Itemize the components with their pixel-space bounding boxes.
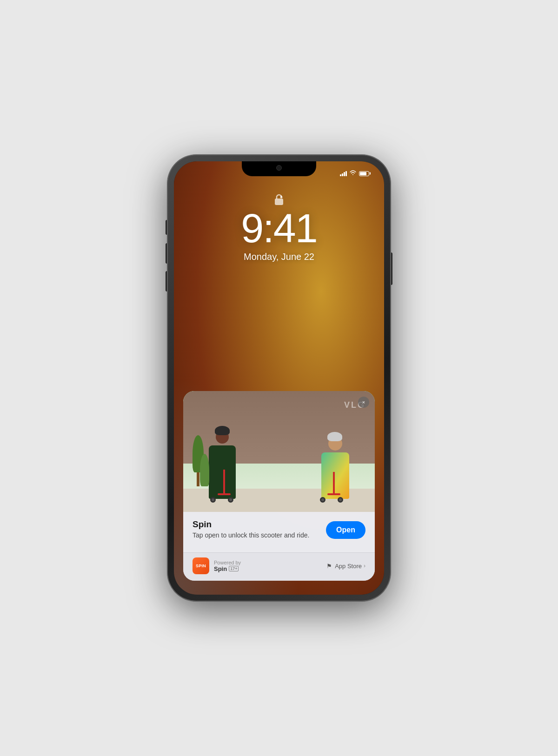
chevron-right-icon: › — [364, 563, 365, 569]
app-store-icon: ⚑ — [326, 562, 333, 570]
notification-content: Spin Tap open to unlock this scooter and… — [183, 512, 375, 552]
powered-by: Powered by Spin 17+ — [214, 560, 241, 572]
notification-image: × — [183, 391, 375, 512]
status-icons — [340, 170, 369, 177]
phone-shell: 9:41 Monday, June 22 — [167, 155, 391, 601]
power-button[interactable] — [391, 252, 392, 285]
time-display: 9:41 Monday, June 22 — [174, 208, 384, 262]
notification-description: Tap open to unlock this scooter and ride… — [193, 531, 309, 540]
notification-title: Spin — [193, 519, 309, 530]
age-rating-badge: 17+ — [229, 566, 239, 571]
open-button[interactable]: Open — [326, 521, 365, 539]
signal-bars-icon — [340, 171, 347, 176]
svg-text:⚑: ⚑ — [326, 563, 332, 569]
svg-rect-0 — [275, 199, 283, 205]
lock-screen-date: Monday, June 22 — [174, 252, 384, 262]
notification-card[interactable]: × Spin Tap open to unlock this scooter a… — [183, 391, 375, 581]
brand-name: Spin 17+ — [214, 565, 241, 572]
phone-screen: 9:41 Monday, June 22 — [174, 161, 384, 595]
notification-top: Spin Tap open to unlock this scooter and… — [193, 519, 365, 540]
spin-app-icon: SPIN — [193, 557, 209, 574]
notification-text: Spin Tap open to unlock this scooter and… — [193, 519, 309, 540]
powered-by-label: Powered by — [214, 560, 241, 565]
lock-screen-time: 9:41 — [174, 208, 384, 249]
notch — [242, 161, 316, 176]
app-store-label: App Store — [335, 563, 362, 570]
wifi-icon — [350, 170, 356, 177]
app-store-link[interactable]: ⚑ App Store › — [326, 562, 365, 570]
spin-logo: SPIN Powered by Spin 17+ — [193, 557, 241, 574]
phone-wrapper: 9:41 Monday, June 22 — [167, 155, 391, 601]
notification-footer: SPIN Powered by Spin 17+ — [183, 552, 375, 581]
battery-icon — [359, 171, 369, 176]
